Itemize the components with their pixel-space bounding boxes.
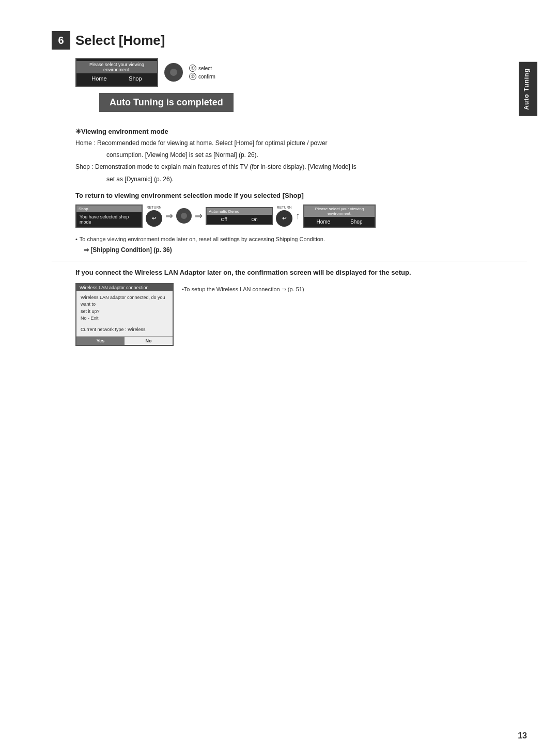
instructions-list: ① select ② confirm <box>189 65 215 80</box>
divider <box>52 261 527 261</box>
wireless-flow-row: Wireless LAN adaptor connection Wireless… <box>75 283 527 346</box>
auto-tuning-banner: Auto Tuning is completed <box>99 93 234 112</box>
page-number: 13 <box>518 731 527 741</box>
side-tab-auto-tuning: Auto Tuning <box>519 62 537 116</box>
section-number: 6 <box>52 31 70 50</box>
ui-mockup-row: Please select your viewing environment. … <box>75 58 527 87</box>
select-instruction: ① select <box>189 65 215 72</box>
ws-footer: Yes No <box>76 336 173 345</box>
arrow-up-indicator: ↑ <box>296 211 300 222</box>
home-desc-line1: Home : Recommended mode for viewing at h… <box>75 138 527 148</box>
home-desc-line2: consumption. [Viewing Mode] is set as [N… <box>106 150 527 160</box>
return-section: To return to viewing environment selecti… <box>75 192 527 228</box>
shipping-note: To change viewing environment mode later… <box>75 235 527 244</box>
wireless-section: If you connect the Wireless LAN Adaptor … <box>75 267 527 346</box>
confirm-instruction: ② confirm <box>189 73 215 80</box>
screen-header-label: Please select your viewing environment. <box>76 61 157 73</box>
return-label-2: RETURN <box>276 206 291 209</box>
auto-demo-screen: Automatic Demo Off On <box>206 207 273 225</box>
auto-demo-header: Automatic Demo <box>207 208 272 215</box>
shipping-link: ⇒ [Shipping Condition] (p. 36) <box>84 246 527 254</box>
shop-desc-line2: set as [Dynamic] (p. 26). <box>106 175 527 184</box>
shop-option: Shop <box>129 75 142 82</box>
auto-demo-body: Off On <box>207 215 272 224</box>
wireless-section-title: If you connect the Wireless LAN Adaptor … <box>75 267 527 278</box>
viewing-env-title: ✳Viewing environment mode <box>75 128 527 135</box>
ws-line3: No - Exit <box>81 315 168 322</box>
yes-button: Yes <box>76 337 125 345</box>
view-env-screen: Please select your viewing environment. … <box>303 204 376 228</box>
dpad-remote <box>164 63 183 82</box>
ve-body: Home Shop <box>304 217 375 227</box>
viewing-env-body: Home : Recommended mode for viewing at h… <box>75 138 527 184</box>
shop-flow-container: Shop You have selected shop mode RETURN … <box>75 204 527 228</box>
return-button-icon-2: ↩ <box>276 210 292 227</box>
shipping-note-section: To change viewing environment mode later… <box>75 235 527 254</box>
off-label: Off <box>221 217 227 222</box>
section-title: Select [Home] <box>75 33 165 49</box>
wireless-lan-screen: Wireless LAN adaptor connection Wireless… <box>75 283 174 346</box>
select-label: select <box>198 66 212 71</box>
tv-screen-home-shop: Please select your viewing environment. … <box>75 58 158 87</box>
shop-desc-line1: Shop : Demonstration mode to explain mai… <box>75 162 527 172</box>
return-button-icon: ↩ <box>146 210 162 227</box>
auto-tuning-banner-section: Auto Tuning is completed <box>75 93 527 120</box>
ws-line2: set it up? <box>81 308 168 316</box>
confirm-label: confirm <box>198 74 215 80</box>
home-option: Home <box>91 75 106 82</box>
arrow-right-1: ⇒ <box>165 210 173 222</box>
ws-line5: Current network type : Wireless <box>81 326 168 334</box>
on-label: On <box>251 217 257 222</box>
ve-shop: Shop <box>350 219 362 225</box>
dpad-small <box>176 208 192 224</box>
ws-body: Wireless LAN adaptor connected, do you w… <box>76 291 173 337</box>
shop-screen: Shop You have selected shop mode <box>75 204 143 228</box>
arrow-right-2: ⇒ <box>195 210 203 222</box>
return-label: RETURN <box>146 206 161 209</box>
return-section-title: To return to viewing environment selecti… <box>75 192 527 199</box>
section-header: 6 Select [Home] <box>52 31 527 50</box>
ws-line1: Wireless LAN adaptor connected, do you w… <box>81 294 168 308</box>
wireless-note-text: •To setup the Wireless LAN connection ⇒ … <box>182 286 304 293</box>
num-1: ① <box>189 65 196 72</box>
ve-home: Home <box>316 219 330 225</box>
shop-screen-header: Shop <box>76 206 142 212</box>
wireless-note: •To setup the Wireless LAN connection ⇒ … <box>182 286 304 293</box>
shop-screen-body: You have selected shop mode <box>76 212 142 227</box>
return-btn-container-2: RETURN ↩ <box>276 206 292 227</box>
ws-header: Wireless LAN adaptor connection <box>76 284 173 291</box>
viewing-env-section: ✳Viewing environment mode Home : Recomme… <box>75 128 527 184</box>
ve-header: Please select your viewing environment. <box>304 206 375 217</box>
num-2: ② <box>189 73 196 80</box>
return-btn-container: RETURN ↩ <box>146 206 162 227</box>
no-button: No <box>125 337 173 345</box>
